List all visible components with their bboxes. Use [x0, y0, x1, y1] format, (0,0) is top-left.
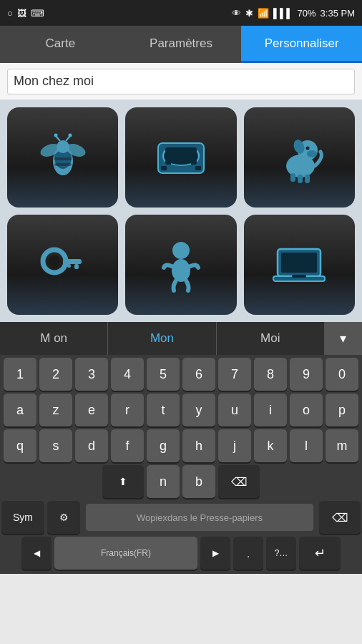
cassette-icon-cell[interactable]	[125, 107, 236, 208]
tab-carte[interactable]: Carte	[0, 26, 121, 63]
tab-parametres[interactable]: Paramètres	[121, 26, 242, 63]
svg-rect-18	[195, 166, 201, 170]
baby-icon-cell[interactable]	[125, 215, 236, 315]
dog-icon-cell[interactable]	[244, 107, 355, 208]
key-h[interactable]: h	[182, 429, 215, 462]
svg-point-10	[68, 134, 72, 137]
nav-tabs: Carte Paramètres Personnaliser	[0, 26, 362, 63]
text-input[interactable]	[7, 69, 355, 94]
bluetooth-icon: ✱	[245, 8, 253, 19]
key-8[interactable]: 8	[254, 358, 287, 391]
settings-key[interactable]: ⚙	[47, 501, 80, 534]
svg-rect-17	[161, 166, 167, 170]
key-3[interactable]: 3	[75, 358, 108, 391]
key-icon	[34, 236, 92, 293]
keyboard-row-numbers: 1 2 3 4 5 6 7 8 9 0	[1, 358, 361, 391]
autocomplete-item-1[interactable]: Mon	[108, 322, 216, 355]
key-2[interactable]: 2	[39, 358, 72, 391]
bee-icon-cell[interactable]	[7, 107, 118, 208]
svg-point-28	[49, 255, 60, 267]
eye-icon: 👁	[232, 8, 241, 19]
autocomplete-item-0[interactable]: M on	[0, 322, 108, 355]
time-display: 3:35 PM	[321, 8, 355, 19]
key-7[interactable]: 7	[218, 358, 251, 391]
key-t[interactable]: t	[147, 394, 180, 426]
key-l[interactable]: l	[290, 429, 323, 462]
keyboard-row-bottom: ◀ Français(FR) ▶ . ?… ↵	[1, 537, 361, 570]
key-i[interactable]: i	[254, 394, 287, 426]
laptop-icon-cell[interactable]	[244, 215, 355, 315]
signal-icon: ▌▌▌	[273, 8, 293, 19]
svg-rect-6	[54, 163, 72, 166]
key-q[interactable]: q	[4, 429, 36, 462]
shift-key[interactable]: ⬆	[102, 465, 144, 498]
svg-rect-5	[54, 157, 72, 160]
key-z[interactable]: z	[39, 394, 72, 426]
key-6[interactable]: 6	[182, 358, 215, 391]
svg-rect-29	[63, 259, 82, 264]
autocomplete-dropdown[interactable]: ▾	[325, 322, 362, 355]
enter-key[interactable]: ↵	[299, 537, 341, 570]
dog-icon	[270, 129, 328, 186]
key-m[interactable]: m	[326, 429, 358, 462]
key-u[interactable]: u	[218, 394, 251, 426]
status-right-icons: 👁 ✱ 📶 ▌▌▌ 70% 3:35 PM	[232, 8, 355, 19]
keyboard-row-4: ⬆ n b ⌫	[1, 465, 361, 498]
icon-grid	[0, 100, 362, 322]
key-e[interactable]: e	[75, 394, 108, 426]
svg-rect-35	[281, 253, 317, 273]
key-d[interactable]: d	[75, 429, 108, 462]
period-key[interactable]: .	[233, 537, 263, 570]
bee-icon	[34, 129, 92, 186]
lang-left-key[interactable]: ◀	[21, 537, 52, 570]
keyboard-row-2: a z e r t y u i o p	[1, 394, 361, 426]
image-icon: 🖼	[17, 8, 26, 19]
svg-rect-37	[292, 275, 306, 278]
key-g[interactable]: g	[147, 429, 180, 462]
status-left-icons: ○ 🖼 ⌨	[7, 8, 44, 19]
sym-key[interactable]: Sym	[1, 501, 44, 534]
key-icon-cell[interactable]	[7, 215, 118, 315]
key-y[interactable]: y	[182, 394, 215, 426]
key-k[interactable]: k	[254, 429, 287, 462]
status-bar: ○ 🖼 ⌨ 👁 ✱ 📶 ▌▌▌ 70% 3:35 PM	[0, 0, 362, 26]
svg-point-9	[54, 134, 57, 137]
svg-rect-31	[67, 264, 71, 268]
clipboard-text[interactable]: Wopiexdans le Presse-papiers	[86, 504, 313, 531]
key-b[interactable]: b	[182, 465, 215, 498]
svg-point-33	[172, 259, 190, 282]
question-more-key[interactable]: ?…	[266, 537, 296, 570]
svg-point-23	[306, 147, 310, 150]
lang-right-key[interactable]: ▶	[200, 537, 230, 570]
battery-text: 70%	[298, 8, 316, 19]
key-p[interactable]: p	[326, 394, 358, 426]
key-1[interactable]: 1	[4, 358, 36, 391]
svg-point-22	[307, 150, 317, 157]
key-4[interactable]: 4	[111, 358, 144, 391]
keyboard-row-3: q s d f g h j k l m	[1, 429, 361, 462]
input-area	[0, 63, 362, 100]
key-f[interactable]: f	[111, 429, 144, 462]
key-a[interactable]: a	[4, 394, 36, 426]
svg-rect-30	[74, 264, 79, 269]
key-j[interactable]: j	[218, 429, 251, 462]
key-5[interactable]: 5	[147, 358, 180, 391]
backspace-key-2[interactable]: ⌫	[319, 501, 361, 534]
key-r[interactable]: r	[111, 394, 144, 426]
key-n[interactable]: n	[147, 465, 180, 498]
key-9[interactable]: 9	[290, 358, 323, 391]
laptop-icon	[270, 236, 328, 293]
autocomplete-item-2[interactable]: Moi	[217, 322, 325, 355]
svg-rect-25	[298, 175, 303, 183]
tab-personnaliser[interactable]: Personnaliser	[241, 26, 362, 63]
svg-point-4	[57, 140, 69, 153]
key-s[interactable]: s	[39, 429, 72, 462]
language-key[interactable]: Français(FR)	[54, 537, 197, 570]
key-0[interactable]: 0	[326, 358, 358, 391]
baby-icon	[152, 236, 210, 293]
key-o[interactable]: o	[290, 394, 323, 426]
keyboard-icon: ⌨	[31, 8, 44, 19]
svg-point-32	[172, 242, 190, 259]
backspace-key[interactable]: ⌫	[218, 465, 260, 498]
circle-icon: ○	[7, 8, 13, 19]
